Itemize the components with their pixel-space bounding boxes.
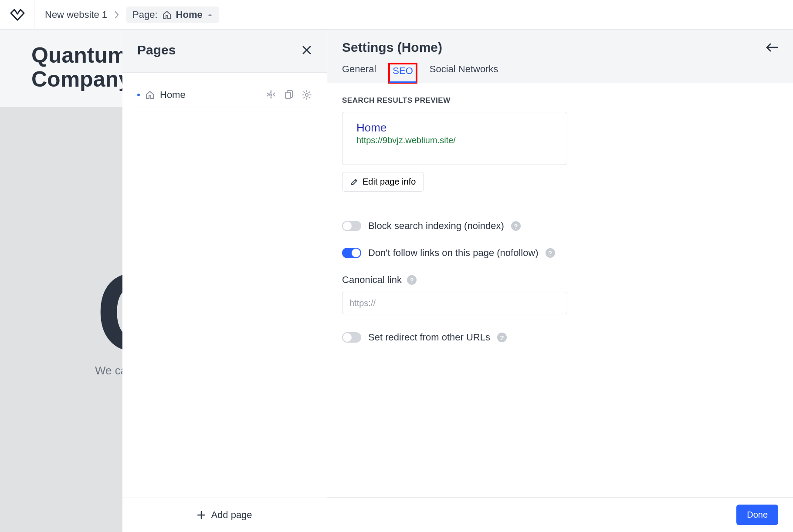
search-preview-card: Home https://9bvjz.weblium.site/ <box>342 112 567 165</box>
settings-body: SEARCH RESULTS PREVIEW Home https://9bvj… <box>327 83 793 497</box>
duplicate-button[interactable] <box>284 90 294 100</box>
toggle-nofollow-row: Don't follow links on this page (nofollo… <box>342 247 778 259</box>
pages-title: Pages <box>137 43 176 57</box>
breadcrumb-site[interactable]: New website 1 <box>45 9 107 20</box>
pencil-icon <box>350 178 358 186</box>
toggle-noindex-row: Block search indexing (noindex) ? <box>342 220 778 232</box>
toggle-redirect-row: Set redirect from other URLs ? <box>342 332 778 343</box>
pages-panel: Pages Home A <box>122 30 327 532</box>
edit-page-info-label: Edit page info <box>363 177 416 187</box>
tab-social[interactable]: Social Networks <box>430 64 498 83</box>
svg-text:A: A <box>268 91 273 98</box>
help-icon[interactable]: ? <box>407 275 417 285</box>
svg-point-2 <box>305 94 308 96</box>
active-dot-icon <box>137 94 140 96</box>
toggle-noindex-label: Block search indexing (noindex) <box>368 220 504 232</box>
tab-general[interactable]: General <box>342 64 376 83</box>
toggle-redirect-label: Set redirect from other URLs <box>368 332 490 343</box>
preview-url: https://9bvjz.weblium.site/ <box>356 135 553 145</box>
help-icon[interactable]: ? <box>546 248 555 258</box>
rename-button[interactable]: A <box>266 90 276 100</box>
topbar: New website 1 Page: Home <box>0 0 793 30</box>
preview-title: Home <box>356 121 553 135</box>
plus-icon <box>197 511 206 519</box>
preview-section-label: SEARCH RESULTS PREVIEW <box>342 96 778 105</box>
add-page-label: Add page <box>211 509 252 521</box>
back-arrow-icon <box>765 43 778 52</box>
breadcrumb: New website 1 Page: Home <box>45 7 219 23</box>
settings-title: Settings (Home) <box>342 40 442 55</box>
settings-footer: Done <box>327 497 793 532</box>
done-button[interactable]: Done <box>736 505 778 525</box>
page-item-home[interactable]: Home A <box>137 83 312 107</box>
canonical-input[interactable] <box>342 292 567 314</box>
svg-rect-1 <box>285 92 291 98</box>
duplicate-icon <box>284 90 294 99</box>
breadcrumb-page-name: Home <box>176 9 203 20</box>
home-icon <box>162 10 172 19</box>
settings-header: Settings (Home) General SEO Social Netwo… <box>327 30 793 83</box>
rename-icon: A <box>266 90 276 99</box>
help-icon[interactable]: ? <box>511 221 521 231</box>
close-icon <box>302 45 312 55</box>
add-page-button[interactable]: Add page <box>122 498 327 532</box>
caret-up-icon <box>207 13 213 17</box>
canonical-label: Canonical link ? <box>342 274 778 286</box>
pages-header: Pages <box>122 30 327 73</box>
close-button[interactable] <box>302 45 312 55</box>
breadcrumb-current-page[interactable]: Page: Home <box>126 7 219 23</box>
toggle-nofollow[interactable] <box>342 248 361 258</box>
page-prefix: Page: <box>132 9 158 20</box>
page-list: Home A <box>122 73 327 498</box>
help-icon[interactable]: ? <box>497 333 507 342</box>
chevron-right-icon <box>114 11 119 19</box>
edit-page-info-button[interactable]: Edit page info <box>342 172 424 192</box>
tab-seo[interactable]: SEO <box>389 64 416 83</box>
logo[interactable] <box>9 6 26 24</box>
page-item-label: Home <box>160 89 186 101</box>
gear-icon <box>302 90 312 100</box>
settings-panel: Settings (Home) General SEO Social Netwo… <box>327 30 793 532</box>
settings-tabs: General SEO Social Networks <box>342 64 778 83</box>
back-button[interactable] <box>765 43 778 52</box>
toggle-noindex[interactable] <box>342 221 361 231</box>
home-icon <box>145 91 155 99</box>
divider <box>34 0 34 30</box>
toggle-redirect[interactable] <box>342 332 361 343</box>
toggle-nofollow-label: Don't follow links on this page (nofollo… <box>368 247 539 259</box>
settings-button[interactable] <box>302 90 312 100</box>
